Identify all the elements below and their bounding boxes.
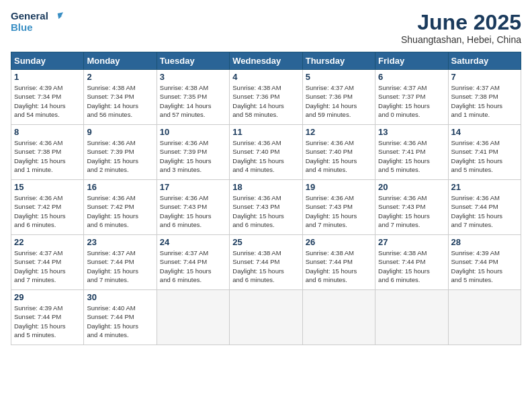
day-number: 13 [378, 127, 445, 137]
day-info: Sunrise: 4:36 AMSunset: 7:41 PMDaylight:… [451, 138, 518, 174]
day-info: Sunrise: 4:37 AMSunset: 7:44 PMDaylight:… [87, 248, 153, 284]
day-info: Sunrise: 4:37 AMSunset: 7:36 PMDaylight:… [306, 83, 372, 119]
day-info: Sunrise: 4:36 AMSunset: 7:39 PMDaylight:… [160, 138, 226, 174]
day-number: 2 [87, 72, 153, 82]
day-info: Sunrise: 4:37 AMSunset: 7:44 PMDaylight:… [14, 248, 81, 284]
day-number: 17 [160, 182, 226, 192]
day-info: Sunrise: 4:39 AMSunset: 7:44 PMDaylight:… [14, 304, 81, 339]
day-number: 24 [160, 237, 226, 247]
table-row [302, 290, 375, 345]
col-wednesday: Wednesday [230, 52, 302, 70]
table-row: 16Sunrise: 4:36 AMSunset: 7:42 PMDayligh… [84, 180, 157, 235]
day-info: Sunrise: 4:36 AMSunset: 7:40 PMDaylight:… [306, 138, 372, 174]
day-info: Sunrise: 4:37 AMSunset: 7:38 PMDaylight:… [451, 83, 518, 119]
table-row: 24Sunrise: 4:37 AMSunset: 7:44 PMDayligh… [157, 235, 229, 290]
day-info: Sunrise: 4:38 AMSunset: 7:44 PMDaylight:… [232, 248, 299, 284]
day-info: Sunrise: 4:38 AMSunset: 7:35 PMDaylight:… [160, 83, 226, 119]
table-row: 6Sunrise: 4:37 AMSunset: 7:37 PMDaylight… [375, 70, 448, 125]
calendar-week-row: 22Sunrise: 4:37 AMSunset: 7:44 PMDayligh… [11, 235, 521, 290]
day-info: Sunrise: 4:36 AMSunset: 7:44 PMDaylight:… [451, 193, 518, 229]
page-container: General Blue June 2025 Shuangtashan, Heb… [0, 0, 532, 351]
day-info: Sunrise: 4:38 AMSunset: 7:36 PMDaylight:… [232, 83, 299, 119]
day-number: 20 [378, 182, 445, 192]
table-row: 28Sunrise: 4:39 AMSunset: 7:44 PMDayligh… [448, 235, 521, 290]
header: General Blue June 2025 Shuangtashan, Heb… [11, 11, 521, 45]
table-row: 12Sunrise: 4:36 AMSunset: 7:40 PMDayligh… [302, 125, 375, 180]
day-info: Sunrise: 4:36 AMSunset: 7:38 PMDaylight:… [14, 138, 81, 174]
table-row: 3Sunrise: 4:38 AMSunset: 7:35 PMDaylight… [157, 70, 229, 125]
table-row: 25Sunrise: 4:38 AMSunset: 7:44 PMDayligh… [230, 235, 302, 290]
table-row: 21Sunrise: 4:36 AMSunset: 7:44 PMDayligh… [448, 180, 521, 235]
svg-marker-0 [58, 12, 63, 19]
calendar-week-row: 8Sunrise: 4:36 AMSunset: 7:38 PMDaylight… [11, 125, 521, 180]
day-number: 21 [451, 182, 518, 192]
table-row: 13Sunrise: 4:36 AMSunset: 7:41 PMDayligh… [375, 125, 448, 180]
day-info: Sunrise: 4:38 AMSunset: 7:44 PMDaylight:… [378, 248, 445, 284]
col-tuesday: Tuesday [157, 52, 229, 70]
day-info: Sunrise: 4:36 AMSunset: 7:43 PMDaylight:… [306, 193, 372, 229]
calendar-header-row: Sunday Monday Tuesday Wednesday Thursday… [11, 52, 521, 70]
table-row: 23Sunrise: 4:37 AMSunset: 7:44 PMDayligh… [84, 235, 157, 290]
table-row: 15Sunrise: 4:36 AMSunset: 7:42 PMDayligh… [11, 180, 84, 235]
title-block: June 2025 Shuangtashan, Hebei, China [401, 11, 521, 45]
table-row [448, 290, 521, 345]
table-row: 5Sunrise: 4:37 AMSunset: 7:36 PMDaylight… [302, 70, 375, 125]
calendar-week-row: 1Sunrise: 4:39 AMSunset: 7:34 PMDaylight… [11, 70, 521, 125]
day-info: Sunrise: 4:38 AMSunset: 7:44 PMDaylight:… [306, 248, 372, 284]
col-monday: Monday [84, 52, 157, 70]
day-number: 15 [14, 182, 81, 192]
day-number: 14 [451, 127, 518, 137]
table-row: 22Sunrise: 4:37 AMSunset: 7:44 PMDayligh… [11, 235, 84, 290]
table-row: 2Sunrise: 4:38 AMSunset: 7:34 PMDaylight… [84, 70, 157, 125]
col-sunday: Sunday [11, 52, 84, 70]
table-row [375, 290, 448, 345]
day-number: 9 [87, 127, 153, 137]
table-row: 10Sunrise: 4:36 AMSunset: 7:39 PMDayligh… [157, 125, 229, 180]
day-number: 10 [160, 127, 226, 137]
table-row: 26Sunrise: 4:38 AMSunset: 7:44 PMDayligh… [302, 235, 375, 290]
day-number: 1 [14, 72, 81, 82]
day-info: Sunrise: 4:36 AMSunset: 7:39 PMDaylight:… [87, 138, 153, 174]
day-number: 29 [14, 292, 81, 302]
day-info: Sunrise: 4:36 AMSunset: 7:43 PMDaylight:… [160, 193, 226, 229]
day-number: 25 [232, 237, 299, 247]
day-number: 3 [160, 72, 226, 82]
day-number: 4 [232, 72, 299, 82]
table-row: 17Sunrise: 4:36 AMSunset: 7:43 PMDayligh… [157, 180, 229, 235]
day-info: Sunrise: 4:40 AMSunset: 7:44 PMDaylight:… [87, 304, 153, 339]
day-number: 22 [14, 237, 81, 247]
day-info: Sunrise: 4:36 AMSunset: 7:43 PMDaylight:… [378, 193, 445, 229]
day-number: 18 [232, 182, 299, 192]
day-info: Sunrise: 4:36 AMSunset: 7:40 PMDaylight:… [232, 138, 299, 174]
col-friday: Friday [375, 52, 448, 70]
day-number: 11 [232, 127, 299, 137]
table-row: 29Sunrise: 4:39 AMSunset: 7:44 PMDayligh… [11, 290, 84, 345]
table-row: 1Sunrise: 4:39 AMSunset: 7:34 PMDaylight… [11, 70, 84, 125]
month-title: June 2025 [401, 11, 521, 34]
day-info: Sunrise: 4:37 AMSunset: 7:37 PMDaylight:… [378, 83, 445, 119]
table-row [230, 290, 302, 345]
table-row: 8Sunrise: 4:36 AMSunset: 7:38 PMDaylight… [11, 125, 84, 180]
table-row [157, 290, 229, 345]
calendar-week-row: 15Sunrise: 4:36 AMSunset: 7:42 PMDayligh… [11, 180, 521, 235]
day-number: 19 [306, 182, 372, 192]
day-info: Sunrise: 4:38 AMSunset: 7:34 PMDaylight:… [87, 83, 153, 119]
table-row: 30Sunrise: 4:40 AMSunset: 7:44 PMDayligh… [84, 290, 157, 345]
location: Shuangtashan, Hebei, China [401, 34, 521, 45]
col-saturday: Saturday [448, 52, 521, 70]
day-number: 7 [451, 72, 518, 82]
day-number: 8 [14, 127, 81, 137]
logo-text: General Blue [11, 11, 63, 33]
day-info: Sunrise: 4:39 AMSunset: 7:34 PMDaylight:… [14, 83, 81, 119]
day-info: Sunrise: 4:39 AMSunset: 7:44 PMDaylight:… [451, 248, 518, 284]
table-row: 14Sunrise: 4:36 AMSunset: 7:41 PMDayligh… [448, 125, 521, 180]
calendar-week-row: 29Sunrise: 4:39 AMSunset: 7:44 PMDayligh… [11, 290, 521, 345]
table-row: 4Sunrise: 4:38 AMSunset: 7:36 PMDaylight… [230, 70, 302, 125]
day-info: Sunrise: 4:37 AMSunset: 7:44 PMDaylight:… [160, 248, 226, 284]
day-number: 26 [306, 237, 372, 247]
col-thursday: Thursday [302, 52, 375, 70]
day-info: Sunrise: 4:36 AMSunset: 7:42 PMDaylight:… [87, 193, 153, 229]
table-row: 19Sunrise: 4:36 AMSunset: 7:43 PMDayligh… [302, 180, 375, 235]
day-number: 23 [87, 237, 153, 247]
table-row: 18Sunrise: 4:36 AMSunset: 7:43 PMDayligh… [230, 180, 302, 235]
